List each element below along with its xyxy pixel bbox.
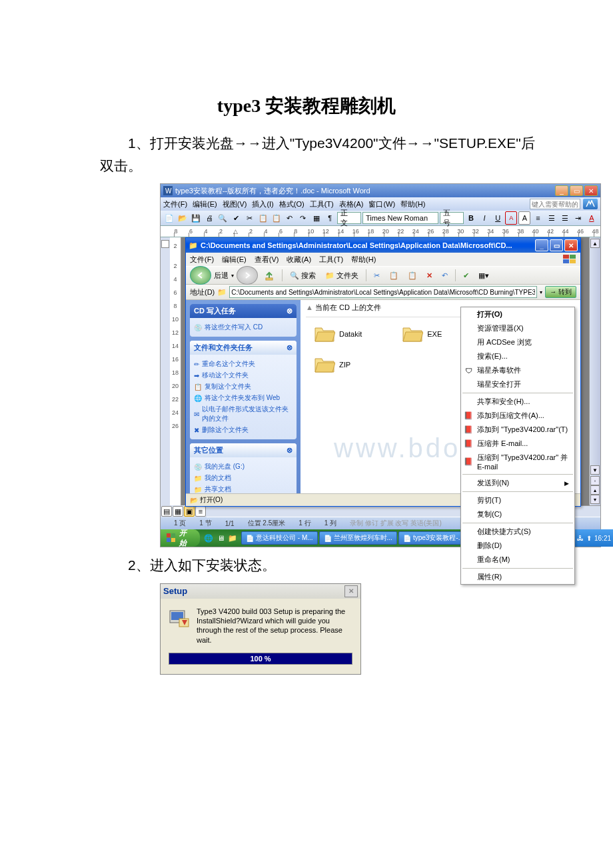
go-button[interactable]: → 转到 [545, 286, 576, 298]
task-link[interactable]: ✉以电子邮件形式发送该文件夹内的文件 [194, 405, 293, 423]
spell-icon[interactable]: ✔ [230, 211, 242, 225]
para-icon[interactable]: ¶ [324, 211, 336, 225]
delete-button[interactable]: ✕ [423, 269, 436, 282]
word-menu-item[interactable]: 编辑(E) [193, 200, 217, 208]
word-menu-item[interactable]: 文件(F) [163, 200, 187, 208]
print-icon[interactable]: 🖨 [203, 211, 215, 225]
context-menu-item[interactable]: 瑞星安全打开 [461, 377, 574, 391]
check-button[interactable]: ✔ [460, 269, 472, 282]
context-menu-item[interactable]: 重命名(M) [461, 553, 574, 567]
view-outline-icon[interactable]: ≡ [195, 506, 206, 517]
word-menu-item[interactable]: 窗口(W) [368, 200, 395, 208]
explorer-menu-item[interactable]: 查看(V) [255, 255, 279, 263]
context-menu-item[interactable]: 属性(R) [461, 570, 574, 584]
cut-icon[interactable]: ✂ [244, 211, 256, 225]
border-icon[interactable]: A [505, 211, 517, 225]
task-link[interactable]: ✖删除这个文件夹 [194, 425, 293, 435]
quick-explorer-icon[interactable]: 📁 [227, 531, 239, 545]
up-button[interactable] [261, 268, 278, 283]
copy-icon[interactable]: 📋 [257, 211, 269, 225]
size-select[interactable]: 五号 [440, 212, 464, 224]
folder-item[interactable]: ZIP [314, 356, 350, 373]
taskbar-item[interactable]: 📄兰州至敦煌列车时... [319, 531, 397, 545]
forward-button[interactable] [237, 266, 258, 285]
explorer-close[interactable]: ✕ [564, 239, 578, 251]
tray-icon[interactable]: 🖧 [577, 535, 584, 542]
explorer-maximize[interactable]: ▭ [550, 239, 563, 251]
task-link[interactable]: 📋复制这个文件夹 [194, 382, 293, 391]
word-menu-item[interactable]: 表格(A) [339, 200, 364, 208]
paste-button[interactable]: 📋 [404, 269, 420, 282]
view-print-icon[interactable]: ▣ [184, 506, 195, 517]
context-menu-item[interactable]: 🛡瑞星杀毒软件 [461, 363, 574, 377]
folders-button[interactable]: 📁文件夹 [322, 269, 362, 283]
address-input[interactable] [229, 286, 537, 298]
quick-desktop-icon[interactable]: 🖥 [215, 531, 227, 545]
task-link[interactable]: ➡移动这个文件夹 [194, 371, 293, 380]
undo-button[interactable]: ↶ [438, 269, 451, 282]
location-link[interactable]: 💿我的光盘 (G:) [194, 462, 293, 471]
bold-icon[interactable]: B [465, 211, 477, 225]
context-menu-item[interactable]: 搜索(E)... [461, 349, 574, 363]
paste-icon[interactable]: 📋 [271, 211, 283, 225]
folder-item[interactable]: Datakit [314, 325, 362, 343]
explorer-menu-item[interactable]: 编辑(E) [222, 255, 247, 263]
context-menu-item[interactable]: 剪切(T) [461, 493, 574, 507]
task-link[interactable]: 🌐将这个文件夹发布到 Web [194, 393, 293, 403]
context-menu-item[interactable]: 发送到(N)▶ [461, 476, 574, 490]
panel-cd-header[interactable]: CD 写入任务⊗ [190, 304, 297, 318]
font-select[interactable]: Times New Roman [362, 212, 438, 224]
location-link[interactable]: 📁我的文档 [194, 473, 293, 483]
new-doc-icon[interactable]: 📄 [163, 211, 175, 225]
list-icon[interactable]: ☰ [546, 211, 558, 225]
explorer-minimize[interactable]: _ [535, 239, 548, 251]
explorer-menu-item[interactable]: 文件(F) [190, 255, 214, 263]
taskbar-item[interactable]: 📄意达科技公司 - M... [241, 531, 318, 545]
table-icon[interactable]: ▦ [310, 211, 322, 225]
context-menu-item[interactable]: 删除(D) [461, 539, 574, 553]
view-normal-icon[interactable]: ▤ [161, 506, 172, 517]
word-scrollbar[interactable]: ▲ ▼ ◦ ▴ ▾ [589, 237, 600, 505]
panel-tasks-header[interactable]: 文件和文件夹任务⊗ [190, 341, 297, 355]
help-search-input[interactable] [530, 199, 580, 209]
word-menu-item[interactable]: 视图(V) [223, 200, 247, 208]
context-menu-item[interactable]: 📕压缩并 E-mail... [461, 437, 574, 451]
word-menu-item[interactable]: 工具(T) [310, 200, 334, 208]
task-link[interactable]: ✏重命名这个文件夹 [194, 359, 293, 369]
write-to-cd-link[interactable]: 💿 将这些文件写入 CD [194, 323, 293, 332]
word-menu-item[interactable]: 插入(I) [252, 200, 273, 208]
close-button[interactable]: ✕ [584, 185, 598, 196]
align-icon[interactable]: ≡ [532, 211, 544, 225]
context-menu-item[interactable]: 共享和安全(H)... [461, 395, 574, 409]
explorer-menu-item[interactable]: 工具(T) [319, 255, 343, 263]
context-menu-item[interactable]: 资源管理器(X) [461, 321, 574, 335]
explorer-menu-item[interactable]: 收藏(A) [287, 255, 311, 263]
context-menu-item[interactable]: 用 ACDSee 浏览 [461, 335, 574, 349]
minimize-button[interactable]: _ [555, 185, 568, 196]
start-button[interactable]: 开始 [161, 529, 200, 547]
copy-button[interactable]: 📋 [386, 269, 402, 282]
folder-item[interactable]: EXE [402, 325, 442, 343]
numlist-icon[interactable]: ☰ [559, 211, 571, 225]
setup-close-button[interactable]: ✕ [344, 585, 358, 597]
fontcolor-icon[interactable]: A [586, 211, 598, 225]
redo-icon[interactable]: ↷ [297, 211, 309, 225]
quick-ie-icon[interactable]: 🌐 [203, 531, 215, 545]
context-menu-item[interactable]: 复制(C) [461, 507, 574, 521]
highlight-icon[interactable]: A [518, 211, 530, 225]
context-menu-item[interactable]: 📕添加到压缩文件(A)... [461, 409, 574, 423]
taskbar-item[interactable]: 📄type3安装教程-... [398, 531, 468, 545]
cut-button[interactable]: ✂ [370, 269, 383, 282]
search-button[interactable]: 🔍搜索 [287, 269, 319, 283]
style-select[interactable]: 正文 [337, 212, 361, 224]
underline-icon[interactable]: U [492, 211, 504, 225]
save-icon[interactable]: 💾 [190, 211, 202, 225]
context-menu-item[interactable]: 创建快捷方式(S) [461, 525, 574, 539]
view-web-icon[interactable]: ▦ [173, 506, 183, 517]
panel-other-header[interactable]: 其它位置⊗ [190, 443, 297, 457]
context-menu-item[interactable]: 打开(O) [461, 307, 574, 321]
context-menu-item[interactable]: 📕添加到 "Type3V4200.rar"(T) [461, 423, 574, 437]
context-menu-item[interactable]: 📕压缩到 "Type3V4200.rar" 并 E-mail [461, 451, 574, 473]
italic-icon[interactable]: I [478, 211, 490, 225]
views-button[interactable]: ▦▾ [475, 269, 492, 282]
